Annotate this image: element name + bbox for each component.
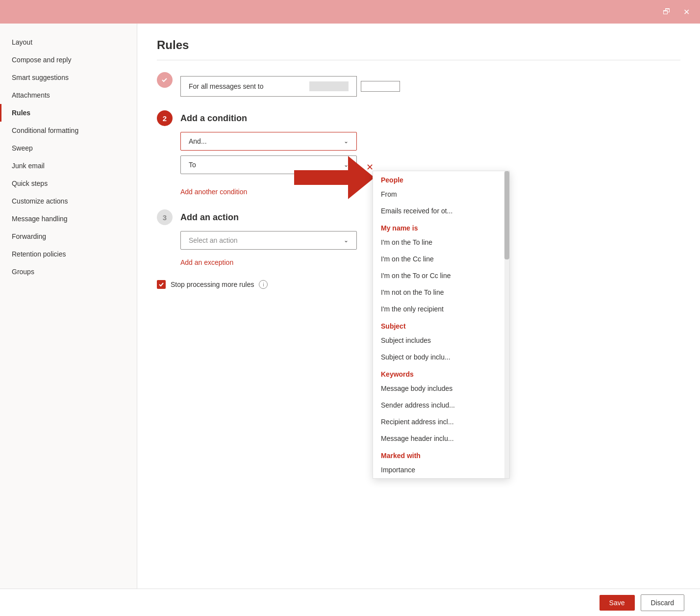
restore-button[interactable]: 🗗 [659, 4, 675, 20]
dd-category-subject: Subject [373, 317, 509, 332]
sidebar-item-layout[interactable]: Layout [0, 33, 137, 51]
dd-item-from[interactable]: From [373, 186, 509, 203]
dd-item-emails-received[interactable]: Emails received for ot... [373, 203, 509, 219]
and-dropdown-arrow-icon: ⌄ [344, 138, 349, 145]
sidebar-item-compose[interactable]: Compose and reply [0, 51, 137, 69]
step3-title: Add an action [180, 212, 239, 223]
info-icon[interactable]: i [259, 280, 268, 289]
dd-item-sender-address[interactable]: Sender address includ... [373, 397, 509, 413]
scrollbar-thumb[interactable] [504, 171, 509, 259]
step1-input[interactable] [309, 81, 349, 91]
dd-item-message-header[interactable]: Message header inclu... [373, 430, 509, 447]
save-button[interactable]: Save [600, 595, 635, 611]
action-dropdown-arrow-icon: ⌄ [344, 237, 349, 244]
sidebar-item-customize[interactable]: Customize actions [0, 192, 137, 210]
dd-category-keywords: Keywords [373, 365, 509, 380]
step1-condition-field[interactable]: For all messages sent to [180, 76, 357, 97]
add-condition-link[interactable]: Add another condition [180, 188, 247, 196]
dd-item-recipient-address[interactable]: Recipient address incl... [373, 413, 509, 430]
step3-number: 3 [157, 209, 173, 225]
titlebar: 🗗 ✕ [0, 0, 700, 24]
discard-button[interactable]: Discard [641, 594, 684, 611]
scrollbar-track [504, 171, 509, 478]
sidebar-item-retention[interactable]: Retention policies [0, 245, 137, 263]
and-dropdown[interactable]: And... ⌄ [180, 132, 357, 151]
sidebar-item-sweep[interactable]: Sweep [0, 139, 137, 157]
step2-title: Add a condition [180, 113, 247, 124]
sidebar-item-conditional[interactable]: Conditional formatting [0, 122, 137, 139]
dd-item-on-to-or-cc[interactable]: I'm on the To or Cc line [373, 267, 509, 284]
app-body: Layout Compose and reply Smart suggestio… [0, 24, 700, 589]
dd-item-only-recipient[interactable]: I'm the only recipient [373, 301, 509, 317]
step2-header: 2 Add a condition [157, 110, 680, 126]
bottom-bar: Save Discard [0, 589, 700, 616]
condition-dropdown-overlay: People From Emails received for ot... My… [373, 171, 510, 479]
action-dropdown[interactable]: Select an action ⌄ [180, 231, 357, 250]
step1-body: For all messages sent to [157, 76, 680, 97]
dd-item-subject-includes[interactable]: Subject includes [373, 332, 509, 349]
dd-item-importance[interactable]: Importance [373, 462, 509, 478]
rule-step-1: For all messages sent to [157, 72, 680, 97]
main-content: Rules For all messages sent to [137, 24, 700, 589]
dd-item-on-to[interactable]: I'm on the To line [373, 234, 509, 251]
close-button[interactable]: ✕ [678, 4, 694, 20]
dd-item-not-on-to[interactable]: I'm not on the To line [373, 284, 509, 301]
sidebar-item-forwarding[interactable]: Forwarding [0, 228, 137, 245]
to-dropdown[interactable]: To ⌄ [180, 155, 357, 174]
sidebar-item-attachments[interactable]: Attachments [0, 86, 137, 104]
stop-processing-checkbox[interactable] [157, 280, 166, 289]
dropdown-list: People From Emails received for ot... My… [373, 171, 509, 478]
stop-processing-label: Stop processing more rules [171, 281, 254, 288]
dd-category-people: People [373, 171, 509, 186]
sidebar-item-messagehandling[interactable]: Message handling [0, 210, 137, 228]
dd-item-on-cc[interactable]: I'm on the Cc line [373, 251, 509, 267]
sidebar-item-groups[interactable]: Groups [0, 263, 137, 281]
page-title: Rules [157, 38, 680, 60]
sidebar: Layout Compose and reply Smart suggestio… [0, 24, 137, 589]
step2-number: 2 [157, 110, 173, 126]
step1-number [157, 72, 173, 88]
sidebar-item-quicksteps[interactable]: Quick steps [0, 175, 137, 192]
dd-item-subject-or-body[interactable]: Subject or body inclu... [373, 349, 509, 365]
dd-category-marked: Marked with [373, 447, 509, 462]
sidebar-item-junk[interactable]: Junk email [0, 157, 137, 175]
to-dropdown-arrow-icon: ⌄ [344, 161, 349, 168]
add-exception-link[interactable]: Add an exception [180, 258, 233, 266]
dd-category-myname: My name is [373, 219, 509, 234]
sidebar-item-rules[interactable]: Rules [0, 104, 137, 122]
step1-close-btn[interactable] [361, 81, 400, 92]
dd-item-body-includes[interactable]: Message body includes [373, 380, 509, 397]
sidebar-item-smart[interactable]: Smart suggestions [0, 69, 137, 86]
